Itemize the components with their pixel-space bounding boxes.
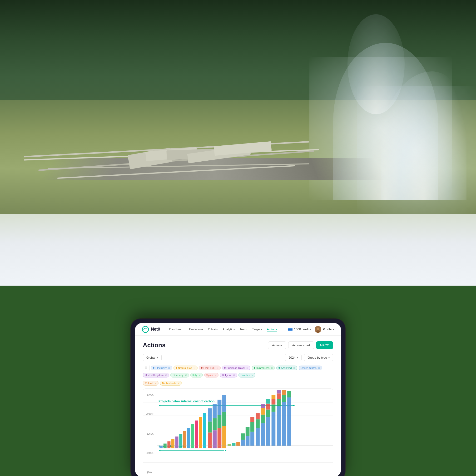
tag-natural-gas[interactable]: Natural Gas ✕: [173, 366, 198, 370]
svg-rect-25: [218, 415, 221, 428]
main-content: Actions Actions Actions chart MACC Globa…: [135, 336, 341, 476]
tag-achieved-dot: [278, 367, 280, 369]
logo-area[interactable]: Net0: [142, 326, 160, 333]
tag-united-states[interactable]: United States ✕: [299, 366, 322, 370]
nav-team[interactable]: Team: [240, 326, 247, 332]
tag-netherlands-close-icon[interactable]: ✕: [178, 382, 180, 385]
svg-rect-45: [261, 408, 265, 415]
tag-business-travel[interactable]: Business Travel ✕: [222, 366, 251, 370]
tag-belgium[interactable]: Belgium ✕: [220, 373, 237, 377]
svg-rect-46: [261, 404, 265, 408]
tag-in-progress-label: In progress: [256, 367, 270, 369]
tag-poland[interactable]: Poland ✕: [143, 381, 158, 386]
nav-analytics[interactable]: Analytics: [222, 326, 235, 332]
svg-rect-30: [227, 444, 231, 446]
tag-netherlands-label: Netherlands: [162, 382, 176, 385]
svg-rect-28: [222, 412, 226, 426]
profile-area[interactable]: Profile ▾: [315, 326, 334, 333]
tag-fleet-fuel-dot: [201, 367, 203, 369]
nav-dashboard[interactable]: Dashboard: [169, 326, 185, 332]
nav-targets[interactable]: Targets: [252, 326, 262, 332]
zero-line: [157, 465, 329, 465]
group-by-label: Group by type: [307, 356, 327, 359]
svg-rect-47: [266, 417, 270, 446]
tag-netherlands[interactable]: Netherlands ✕: [160, 381, 182, 386]
svg-rect-58: [277, 390, 281, 394]
tag-electricity-close-icon[interactable]: ✕: [168, 367, 170, 369]
tag-italy-close-icon[interactable]: ✕: [199, 374, 201, 376]
tag-electricity[interactable]: Electricity ✕: [151, 366, 172, 370]
tag-germany[interactable]: Germany ✕: [170, 373, 189, 377]
svg-rect-16: [199, 417, 202, 448]
scope-filter[interactable]: Global ▾: [143, 354, 162, 361]
tag-united-states-close-icon[interactable]: ✕: [318, 367, 320, 369]
tab-actions[interactable]: Actions: [268, 341, 286, 349]
y-label-700k: -$700K: [146, 393, 153, 396]
year-label: 2024: [289, 356, 295, 359]
tag-united-kingdom-close-icon[interactable]: ✕: [165, 374, 167, 376]
year-filter[interactable]: 2024 ▾: [285, 354, 302, 361]
svg-rect-35: [246, 436, 250, 446]
svg-rect-57: [277, 393, 281, 399]
svg-rect-44: [261, 415, 265, 424]
avatar: [315, 326, 321, 333]
filters-row: Global ▾ 2024 ▾ Group by type ▾: [143, 354, 333, 361]
nav-actions[interactable]: Actions: [267, 326, 277, 332]
tag-sweden[interactable]: Sweden ✕: [238, 373, 255, 377]
tag-achieved[interactable]: Achieved ✕: [276, 366, 297, 370]
nav-offsets[interactable]: Offsets: [208, 326, 218, 332]
group-by-chevron-icon: ▾: [328, 356, 330, 359]
tag-achieved-label: Achieved: [281, 367, 291, 369]
tag-sweden-close-icon[interactable]: ✕: [251, 374, 253, 376]
group-by-filter[interactable]: Group by type ▾: [304, 354, 333, 361]
filter-toggle-button[interactable]: ☰: [143, 365, 150, 371]
tag-natural-gas-close-icon[interactable]: ✕: [193, 367, 195, 369]
svg-rect-55: [277, 406, 281, 446]
svg-rect-42: [255, 413, 260, 419]
app-logo-text: Net0: [151, 327, 160, 332]
tab-actions-chart[interactable]: Actions chart: [288, 341, 314, 349]
nav-emissions[interactable]: Emissions: [189, 326, 203, 332]
svg-rect-33: [241, 440, 245, 446]
svg-rect-22: [213, 418, 217, 430]
tag-spain-close-icon[interactable]: ✕: [214, 374, 216, 376]
svg-rect-40: [255, 428, 260, 446]
svg-rect-60: [282, 395, 286, 402]
page-header: Actions Actions Actions chart MACC: [143, 341, 333, 349]
tag-united-kingdom-label: United Kingdom: [145, 374, 164, 376]
tag-business-travel-close-icon[interactable]: ✕: [246, 367, 248, 369]
scope-chevron-icon: ▾: [157, 356, 158, 359]
tag-achieved-close-icon[interactable]: ✕: [293, 367, 295, 369]
tab-macc[interactable]: MACC: [316, 341, 333, 349]
svg-rect-52: [272, 404, 276, 411]
tag-fleet-fuel[interactable]: Fleet Fuel ✕: [199, 366, 221, 370]
navbar: Net0 Dashboard Emissions Offsets Analyti…: [135, 323, 341, 336]
svg-rect-29: [222, 426, 226, 448]
svg-rect-26: [218, 428, 221, 448]
macc-bar-chart: [157, 389, 333, 459]
tag-fleet-fuel-close-icon[interactable]: ✕: [217, 367, 219, 369]
tag-germany-label: Germany: [172, 374, 183, 376]
tag-germany-close-icon[interactable]: ✕: [185, 374, 187, 376]
tag-spain[interactable]: Spain ✕: [204, 373, 219, 377]
year-chevron-icon: ▾: [297, 356, 298, 359]
tag-in-progress[interactable]: In progress ✕: [252, 366, 275, 370]
tag-italy[interactable]: Italy ✕: [190, 373, 203, 377]
tag-united-kingdom[interactable]: United Kingdom ✕: [143, 373, 169, 377]
svg-rect-37: [250, 432, 255, 446]
tags-row-2: Poland ✕ Netherlands ✕: [143, 381, 333, 386]
svg-rect-63: [287, 391, 291, 397]
tag-poland-label: Poland: [145, 382, 153, 385]
profile-chevron-icon: ▾: [333, 328, 334, 331]
svg-rect-61: [282, 390, 286, 395]
tag-belgium-close-icon[interactable]: ✕: [233, 374, 235, 376]
tag-belgium-label: Belgium: [222, 374, 232, 376]
background-image: [0, 0, 476, 286]
tag-poland-close-icon[interactable]: ✕: [154, 382, 156, 385]
scope-label: Global: [146, 356, 155, 359]
tag-natural-gas-label: Natural Gas: [178, 367, 192, 369]
svg-rect-36: [246, 427, 250, 436]
svg-rect-19: [208, 422, 212, 432]
tag-in-progress-close-icon[interactable]: ✕: [271, 367, 273, 369]
tag-business-travel-dot: [224, 367, 226, 369]
